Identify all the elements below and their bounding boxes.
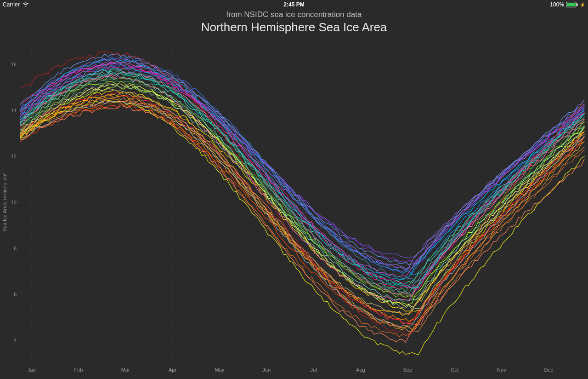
chart-titles: from NSIDC sea ice concentration data No… bbox=[0, 10, 588, 34]
series-line bbox=[20, 63, 584, 290]
series-line bbox=[20, 100, 584, 355]
wifi-icon bbox=[23, 2, 29, 7]
y-tick-label: 4 bbox=[14, 338, 17, 343]
x-tick-label: Jul bbox=[311, 367, 317, 373]
y-tick-label: 10 bbox=[11, 200, 17, 205]
series-line bbox=[20, 52, 584, 336]
x-tick-label: Aug bbox=[356, 367, 365, 373]
series-line bbox=[20, 57, 584, 274]
y-tick-label: 6 bbox=[14, 292, 17, 297]
x-tick-label: Feb bbox=[74, 367, 83, 373]
series-line bbox=[20, 59, 584, 280]
series-group bbox=[20, 52, 584, 355]
y-tick-label: 14 bbox=[11, 108, 17, 113]
series-line bbox=[20, 76, 584, 301]
y-tick-label: 12 bbox=[11, 154, 17, 159]
y-tick-label: 8 bbox=[14, 246, 17, 251]
x-tick-label: Sep bbox=[403, 367, 412, 373]
chart-area[interactable]: 46810121416JanFebMarAprMayJunJulAugSepOc… bbox=[0, 37, 588, 379]
series-line bbox=[20, 62, 584, 277]
charging-icon: ⚡ bbox=[580, 2, 585, 7]
line-chart[interactable]: 46810121416JanFebMarAprMayJunJulAugSepOc… bbox=[0, 37, 588, 379]
series-line bbox=[20, 97, 584, 332]
svg-rect-2 bbox=[577, 4, 578, 6]
status-time: 2:45 PM bbox=[283, 1, 304, 8]
x-tick-label: Jan bbox=[28, 367, 36, 373]
series-line bbox=[20, 73, 584, 292]
battery-icon bbox=[566, 2, 578, 7]
x-tick-label: Dec bbox=[544, 367, 553, 373]
series-line bbox=[20, 102, 584, 337]
x-tick-label: Mar bbox=[121, 367, 130, 373]
carrier-label: Carrier bbox=[3, 1, 20, 8]
y-axis-title: Sea Ice Area, millions km² bbox=[2, 173, 7, 231]
x-tick-label: May bbox=[215, 367, 225, 373]
battery-pct: 100% bbox=[550, 1, 564, 8]
x-tick-label: Apr bbox=[169, 367, 176, 373]
y-tick-label: 16 bbox=[11, 62, 17, 67]
x-tick-label: Nov bbox=[497, 367, 506, 373]
chart-subtitle: from NSIDC sea ice concentration data bbox=[0, 10, 588, 19]
x-tick-label: Oct bbox=[451, 367, 458, 373]
series-line bbox=[20, 106, 584, 343]
chart-title: Northern Hemisphere Sea Ice Area bbox=[0, 20, 588, 34]
series-line bbox=[20, 101, 584, 327]
svg-rect-1 bbox=[567, 3, 576, 6]
status-bar: Carrier 2:45 PM 100% ⚡ bbox=[0, 0, 588, 9]
x-tick-label: Jun bbox=[262, 367, 271, 373]
